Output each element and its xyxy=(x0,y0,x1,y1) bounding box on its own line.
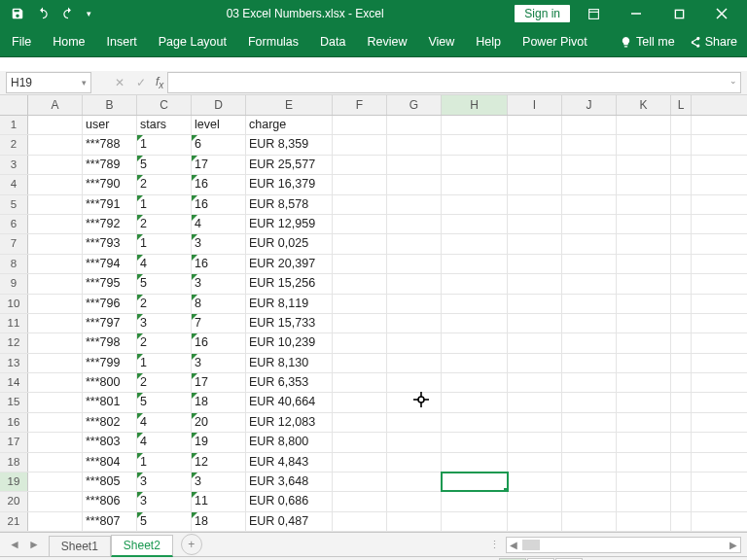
tab-view[interactable]: View xyxy=(426,31,456,52)
cell[interactable]: 2 xyxy=(137,373,192,392)
cell[interactable]: ***795 xyxy=(83,274,137,293)
cell[interactable] xyxy=(617,413,671,432)
cell[interactable] xyxy=(333,433,387,451)
cell[interactable] xyxy=(671,156,692,174)
tab-review[interactable]: Review xyxy=(365,31,409,52)
cell[interactable] xyxy=(562,135,617,154)
cell[interactable] xyxy=(442,453,508,472)
cell[interactable] xyxy=(562,175,617,193)
tab-data[interactable]: Data xyxy=(318,31,347,52)
cell[interactable] xyxy=(387,156,442,174)
col-header-l[interactable]: L xyxy=(671,95,692,115)
cell[interactable] xyxy=(508,373,562,392)
cell[interactable] xyxy=(442,472,508,491)
cell[interactable]: EUR 3,648 xyxy=(246,472,333,491)
cell[interactable] xyxy=(617,116,671,134)
cell[interactable] xyxy=(671,433,692,451)
row-header[interactable]: 21 xyxy=(0,512,28,531)
cell[interactable] xyxy=(671,234,692,253)
cell[interactable]: ***788 xyxy=(83,135,137,154)
cell[interactable] xyxy=(442,135,508,154)
cell[interactable] xyxy=(28,255,83,273)
row-header[interactable]: 16 xyxy=(0,413,28,432)
cell[interactable]: ***794 xyxy=(83,255,137,273)
cell[interactable]: charge xyxy=(246,116,333,134)
cell[interactable] xyxy=(617,234,671,253)
cell[interactable]: 1 xyxy=(137,234,192,253)
tab-file[interactable]: File xyxy=(10,31,33,52)
cell[interactable]: ***799 xyxy=(83,354,137,372)
cell[interactable]: EUR 16,379 xyxy=(246,175,333,193)
cell[interactable] xyxy=(442,512,508,531)
cell[interactable] xyxy=(333,116,387,134)
cell[interactable] xyxy=(387,234,442,253)
cell[interactable] xyxy=(562,255,617,273)
cell[interactable] xyxy=(562,295,617,313)
cell[interactable] xyxy=(387,393,442,411)
tab-home[interactable]: Home xyxy=(51,31,87,52)
cell[interactable] xyxy=(617,453,671,472)
cell[interactable] xyxy=(508,333,562,352)
cell[interactable]: ***804 xyxy=(83,453,137,472)
cell[interactable]: ***803 xyxy=(83,433,137,451)
col-header-a[interactable]: A xyxy=(28,95,83,115)
row-header[interactable]: 13 xyxy=(0,354,28,372)
col-header-d[interactable]: D xyxy=(192,95,246,115)
cell[interactable]: 1 xyxy=(137,135,192,154)
cell[interactable] xyxy=(333,314,387,332)
cell[interactable] xyxy=(387,354,442,372)
cell[interactable] xyxy=(333,135,387,154)
close-icon[interactable] xyxy=(702,0,741,27)
cell[interactable] xyxy=(333,156,387,174)
cell[interactable]: 17 xyxy=(192,156,246,174)
maximize-icon[interactable] xyxy=(659,0,698,27)
cell[interactable] xyxy=(671,453,692,472)
cell[interactable]: 2 xyxy=(137,333,192,352)
cell[interactable] xyxy=(28,512,83,531)
next-sheet-icon[interactable]: ► xyxy=(25,536,43,553)
cell[interactable] xyxy=(333,472,387,491)
cell[interactable]: ***789 xyxy=(83,156,137,174)
cell[interactable]: 16 xyxy=(192,333,246,352)
cell[interactable] xyxy=(671,116,692,134)
cell[interactable] xyxy=(508,156,562,174)
cell[interactable]: 4 xyxy=(192,215,246,233)
cell[interactable] xyxy=(508,135,562,154)
name-box[interactable]: H19▾ xyxy=(6,72,91,93)
cell[interactable] xyxy=(508,195,562,214)
cell[interactable] xyxy=(671,373,692,392)
cell[interactable]: ***798 xyxy=(83,333,137,352)
cell[interactable] xyxy=(562,116,617,134)
cell[interactable]: EUR 4,843 xyxy=(246,453,333,472)
cell[interactable] xyxy=(671,215,692,233)
cell[interactable] xyxy=(562,393,617,411)
cell[interactable]: 4 xyxy=(137,413,192,432)
cell[interactable] xyxy=(617,433,671,451)
cell[interactable] xyxy=(562,472,617,491)
cell[interactable]: 11 xyxy=(192,492,246,510)
enter-formula-icon[interactable]: ✓ xyxy=(130,76,152,89)
cell[interactable] xyxy=(442,393,508,411)
cell[interactable]: ***791 xyxy=(83,195,137,214)
col-header-f[interactable]: F xyxy=(333,95,387,115)
cell[interactable] xyxy=(617,492,671,510)
cell[interactable]: EUR 8,130 xyxy=(246,354,333,372)
cell[interactable] xyxy=(617,354,671,372)
cell[interactable] xyxy=(333,234,387,253)
cell[interactable]: ***805 xyxy=(83,472,137,491)
cell[interactable] xyxy=(508,413,562,432)
cell[interactable] xyxy=(671,314,692,332)
cell[interactable] xyxy=(387,116,442,134)
cell[interactable]: level xyxy=(192,116,246,134)
cell[interactable] xyxy=(508,234,562,253)
cell[interactable] xyxy=(508,433,562,451)
col-header-j[interactable]: J xyxy=(562,95,617,115)
cell[interactable] xyxy=(387,175,442,193)
formula-bar[interactable]: ⌄ xyxy=(167,72,741,93)
cell[interactable] xyxy=(562,333,617,352)
cell[interactable]: EUR 15,733 xyxy=(246,314,333,332)
cell[interactable] xyxy=(28,156,83,174)
cell[interactable]: stars xyxy=(137,116,192,134)
cell[interactable] xyxy=(28,472,83,491)
cell[interactable] xyxy=(28,433,83,451)
